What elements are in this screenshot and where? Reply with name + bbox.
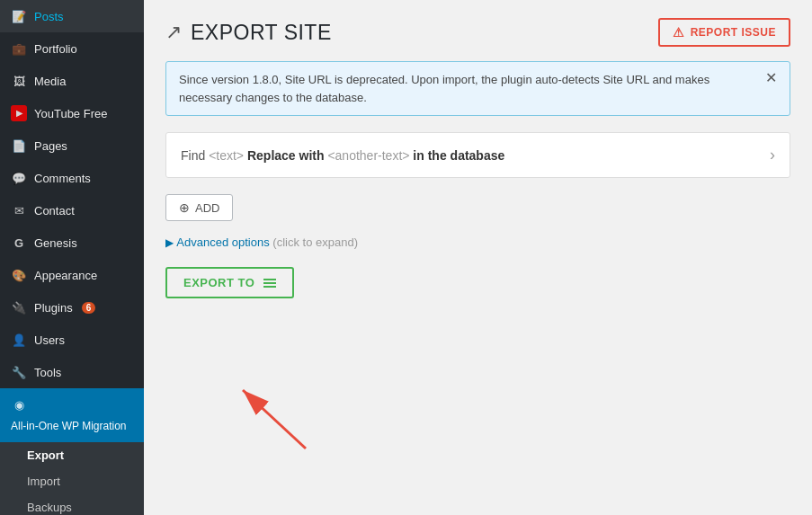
sidebar-item-tools[interactable]: 🔧 Tools: [0, 356, 144, 388]
menu-lines-icon: [263, 279, 276, 288]
sidebar-item-label: YouTube Free: [34, 107, 107, 120]
find-replace-row[interactable]: Find <text> Replace with <another-text> …: [165, 132, 790, 178]
replace-with-label: Replace with: [247, 148, 327, 163]
advanced-options-link[interactable]: Advanced options: [176, 235, 269, 249]
sidebar-item-pages[interactable]: 📄 Pages: [0, 129, 144, 162]
genesis-icon: G: [11, 235, 27, 251]
sidebar-item-label: Comments: [34, 172, 91, 185]
portfolio-icon: 💼: [11, 40, 27, 57]
sidebar-submenu: Export Import Backups: [0, 442, 144, 515]
sidebar-item-label: Portfolio: [34, 42, 77, 56]
advanced-options-hint: (click to expand): [272, 235, 358, 249]
pages-icon: 📄: [11, 138, 27, 154]
find-replace-text: Find <text> Replace with <another-text> …: [181, 148, 504, 163]
sidebar-item-media[interactable]: 🖼 Media: [0, 65, 144, 97]
export-to-button[interactable]: EXPORT TO: [165, 267, 294, 298]
sidebar-item-appearance[interactable]: 🎨 Appearance: [0, 259, 144, 291]
triangle-icon: ▶: [165, 236, 176, 249]
in-database-label: in the database: [413, 148, 504, 163]
sidebar-item-comments[interactable]: 💬 Comments: [0, 162, 144, 194]
sidebar-item-label: Media: [34, 75, 66, 88]
plus-icon: ⊕: [179, 200, 190, 215]
users-icon: 👤: [11, 332, 27, 348]
sidebar-item-label: Plugins: [34, 301, 73, 315]
sidebar-submenu-backups[interactable]: Backups: [0, 494, 144, 515]
report-issue-label: REPORT ISSUE: [691, 26, 776, 39]
add-button[interactable]: ⊕ ADD: [165, 194, 233, 221]
warning-icon: ⚠: [673, 25, 685, 40]
comments-icon: 💬: [11, 170, 27, 186]
plugins-badge: 6: [82, 302, 96, 314]
sidebar-item-plugins[interactable]: 🔌 Plugins 6: [0, 291, 144, 324]
sidebar: 📝 Posts 💼 Portfolio 🖼 Media ▶ YouTube Fr…: [0, 0, 144, 515]
advanced-options: ▶ Advanced options (click to expand): [165, 235, 790, 249]
aiowp-icon: ◉: [11, 396, 27, 413]
media-icon: 🖼: [11, 73, 27, 89]
sidebar-item-label: Appearance: [34, 269, 97, 282]
sidebar-item-label: All-in-One WP Migration: [11, 420, 126, 434]
posts-icon: 📝: [11, 8, 27, 24]
chevron-right-icon: ›: [770, 146, 775, 164]
find-placeholder: <text>: [209, 148, 244, 163]
sidebar-submenu-export[interactable]: Export: [0, 442, 144, 468]
arrow-annotation: [225, 377, 333, 461]
sidebar-item-label: Tools: [34, 366, 61, 379]
youtube-icon: ▶: [11, 105, 27, 121]
info-banner-text: Since version 1.8.0, Site URL is depreca…: [179, 71, 756, 106]
export-to-label: EXPORT TO: [183, 276, 254, 289]
svg-line-1: [243, 390, 306, 448]
sidebar-item-aiowp[interactable]: ◉ All-in-One WP Migration: [0, 388, 144, 442]
report-issue-button[interactable]: ⚠ REPORT ISSUE: [658, 18, 790, 47]
sidebar-submenu-import[interactable]: Import: [0, 468, 144, 494]
sidebar-item-label: Genesis: [34, 236, 77, 250]
info-banner: Since version 1.8.0, Site URL is depreca…: [165, 61, 790, 116]
sidebar-item-label: Users: [34, 333, 65, 347]
add-button-label: ADD: [195, 201, 219, 215]
sidebar-item-youtube-free[interactable]: ▶ YouTube Free: [0, 97, 144, 129]
sidebar-item-label: Contact: [34, 204, 75, 218]
appearance-icon: 🎨: [11, 267, 27, 283]
sidebar-item-posts[interactable]: 📝 Posts: [0, 0, 144, 32]
tools-icon: 🔧: [11, 364, 27, 380]
main-content: ↗ EXPORT SITE ⚠ REPORT ISSUE Since versi…: [144, 0, 812, 515]
sidebar-item-users[interactable]: 👤 Users: [0, 324, 144, 356]
info-banner-close-button[interactable]: ✕: [765, 71, 777, 85]
page-title-area: ↗ EXPORT SITE: [165, 21, 332, 45]
sidebar-item-contact[interactable]: ✉ Contact: [0, 194, 144, 226]
export-site-icon: ↗: [165, 21, 182, 44]
sidebar-item-genesis[interactable]: G Genesis: [0, 226, 144, 259]
page-title: EXPORT SITE: [191, 21, 332, 45]
sidebar-item-label: Pages: [34, 139, 67, 153]
replace-placeholder: <another-text>: [327, 148, 409, 163]
plugins-icon: 🔌: [11, 299, 27, 315]
page-header: ↗ EXPORT SITE ⚠ REPORT ISSUE: [165, 18, 790, 47]
sidebar-item-label: Posts: [34, 10, 64, 23]
sidebar-item-portfolio[interactable]: 💼 Portfolio: [0, 32, 144, 65]
contact-icon: ✉: [11, 202, 27, 218]
